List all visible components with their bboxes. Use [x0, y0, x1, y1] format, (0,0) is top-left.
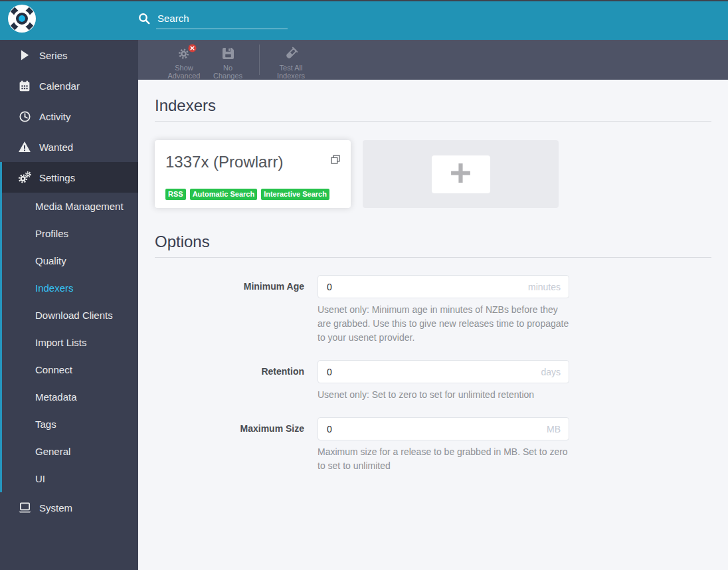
form-row-maximum-size: Maximum Size MB Maximum size for a relea… — [155, 417, 711, 473]
indexer-card-title: 1337x (Prowlarr) — [165, 153, 340, 171]
sub-item-label: Media Management — [35, 201, 124, 212]
maximum-size-label: Maximum Size — [155, 417, 318, 473]
sidebar-item-import-lists[interactable]: Import Lists — [2, 329, 138, 356]
sub-item-label: Connect — [35, 364, 72, 375]
sidebar-item-tags[interactable]: Tags — [2, 411, 138, 438]
sub-item-label: Import Lists — [35, 337, 87, 348]
sidebar-item-system[interactable]: System — [0, 492, 138, 523]
clock-icon — [18, 111, 31, 122]
top-header — [0, 0, 728, 40]
sidebar-item-download-clients[interactable]: Download Clients — [2, 302, 138, 329]
badge-automatic-search: Automatic Search — [190, 189, 258, 200]
sub-item-label: Quality — [35, 255, 66, 266]
show-advanced-button[interactable]: Show Advanced — [162, 40, 206, 80]
sidebar-item-settings[interactable]: Settings — [0, 162, 138, 193]
floppy-save-icon — [223, 46, 234, 60]
minimum-age-label: Minimum Age — [155, 275, 318, 345]
sidebar-item-indexers[interactable]: Indexers — [2, 274, 138, 302]
sidebar-item-label: Settings — [39, 172, 75, 183]
indexer-capability-badges: RSS Automatic Search Interactive Search — [165, 189, 329, 200]
sub-item-label: Tags — [35, 419, 56, 430]
sidebar-item-ui[interactable]: UI — [2, 465, 138, 492]
toolbar-button-label: Test All Indexers — [272, 64, 310, 80]
form-row-retention: Retention days Usenet only: Set to zero … — [155, 360, 711, 402]
minimum-age-help-text: Usenet only: Minimum age in minutes of N… — [318, 303, 569, 345]
sidebar-item-profiles[interactable]: Profiles — [2, 220, 138, 247]
sub-item-label: Download Clients — [35, 310, 113, 321]
sidebar-item-series[interactable]: Series — [0, 40, 138, 70]
sidebar-item-metadata[interactable]: Metadata — [2, 383, 138, 411]
sidebar-item-label: System — [39, 502, 72, 514]
indexer-card-1337x[interactable]: 1337x (Prowlarr) RSS Automatic Search In… — [155, 140, 351, 208]
add-indexer-card[interactable] — [363, 140, 559, 208]
copy-icon[interactable] — [331, 155, 340, 167]
settings-subnav: Media Management Profiles Quality Indexe… — [0, 193, 138, 492]
sidebar-item-calendar[interactable]: Calendar — [0, 70, 138, 101]
form-row-minimum-age: Minimum Age minutes Usenet only: Minimum… — [155, 275, 711, 345]
retention-label: Retention — [155, 360, 318, 402]
sidebar-item-general[interactable]: General — [2, 438, 138, 465]
page-toolbar: Show Advanced No Changes Test All Index — [138, 40, 728, 80]
toolbar-button-label: No Changes — [209, 64, 247, 80]
play-icon — [18, 50, 31, 60]
laptop-icon — [18, 502, 31, 513]
maximum-size-help-text: Maximum size for a release to be grabbed… — [318, 445, 569, 473]
options-section-title: Options — [155, 233, 711, 258]
search-input[interactable] — [156, 11, 288, 29]
add-indexer-button[interactable] — [432, 155, 490, 193]
toolbar-separator — [259, 45, 260, 75]
sidebar-item-label: Calendar — [39, 80, 80, 92]
sidebar-nav: Series Calendar Activi — [0, 40, 138, 570]
sidebar-item-label: Series — [39, 50, 68, 61]
sidebar-item-label: Wanted — [39, 142, 73, 153]
sidebar-item-label: Activity — [39, 111, 71, 122]
sidebar-item-quality[interactable]: Quality — [2, 247, 138, 274]
sub-item-label: Metadata — [35, 391, 77, 403]
search-area — [138, 11, 288, 29]
toolbar-button-label: Show Advanced — [165, 64, 203, 80]
sub-item-label: Profiles — [35, 228, 68, 239]
gear-x-icon — [177, 46, 191, 60]
retention-help-text: Usenet only: Set to zero to set for unli… — [318, 388, 569, 402]
sidebar-item-media-management[interactable]: Media Management — [2, 193, 138, 220]
sidebar-item-activity[interactable]: Activity — [0, 101, 138, 132]
badge-interactive-search: Interactive Search — [261, 189, 329, 200]
minimum-age-input[interactable] — [318, 275, 569, 298]
no-changes-button[interactable]: No Changes — [206, 40, 250, 80]
badge-rss: RSS — [165, 189, 186, 200]
retention-input[interactable] — [318, 360, 569, 383]
gears-icon — [18, 171, 31, 184]
sub-item-label: Indexers — [35, 282, 74, 294]
test-all-indexers-button[interactable]: Test All Indexers — [269, 40, 313, 80]
sidebar-item-connect[interactable]: Connect — [2, 356, 138, 383]
vial-test-icon — [284, 46, 298, 60]
indexer-cards-row: 1337x (Prowlarr) RSS Automatic Search In… — [155, 140, 711, 208]
sonarr-logo-icon — [7, 4, 37, 36]
sub-item-label: UI — [35, 473, 45, 484]
sidebar-item-wanted[interactable]: Wanted — [0, 132, 138, 162]
red-x-badge-icon — [188, 43, 196, 51]
search-icon — [138, 13, 156, 27]
indexers-section-title: Indexers — [155, 96, 711, 122]
sub-item-label: General — [35, 446, 70, 457]
settings-indexers-page: Indexers 1337x (Prowlarr) RSS Automatic … — [138, 80, 728, 570]
logo-area[interactable] — [0, 0, 138, 40]
calendar-icon — [18, 80, 31, 92]
plus-icon — [448, 161, 473, 188]
warning-triangle-icon — [18, 142, 31, 152]
maximum-size-input[interactable] — [318, 417, 569, 440]
options-form: Minimum Age minutes Usenet only: Minimum… — [155, 275, 711, 473]
